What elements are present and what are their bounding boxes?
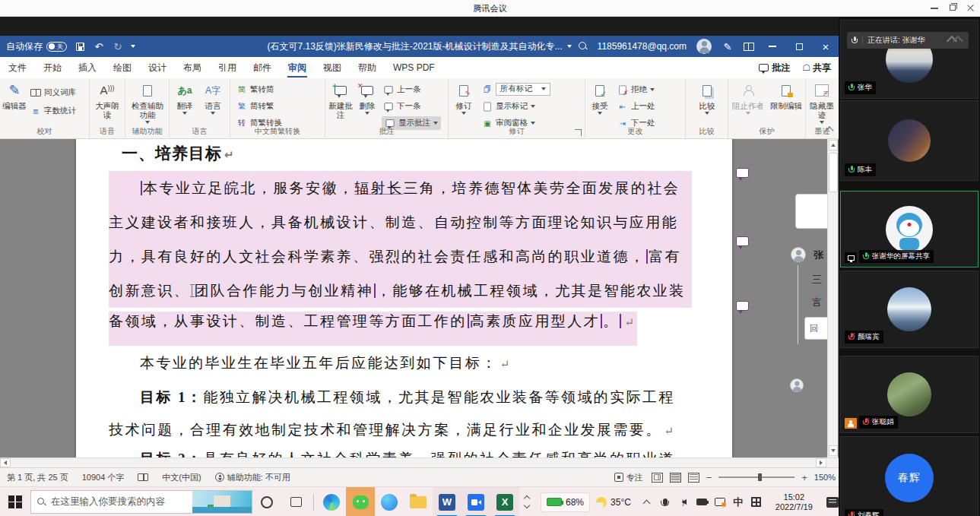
reject-button[interactable]: 拒绝	[617, 83, 655, 97]
tab-view[interactable]: 视图	[315, 57, 350, 78]
edge-button[interactable]	[317, 487, 346, 516]
excel-taskbar-button[interactable]: X	[490, 487, 519, 516]
participant-tile[interactable]: 春辉 刘春辉	[840, 436, 978, 516]
hidden-icons-button[interactable]	[642, 497, 652, 508]
vertical-scrollbar[interactable]	[827, 139, 838, 457]
zoom-slider-thumb[interactable]	[758, 473, 762, 481]
tab-draw[interactable]: 绘图	[105, 57, 140, 78]
tray-display-icon[interactable]	[715, 497, 725, 508]
tab-file[interactable]: 文件	[0, 57, 35, 78]
document-title[interactable]: (石文可7.13反馈)张新民修改与批注-2021版-机械设计制造及其自动化专..…	[267, 40, 562, 53]
read-aloud-button[interactable]: A)))大声朗读	[93, 82, 122, 119]
undo-icon[interactable]: ↶	[93, 40, 105, 52]
restrict-editing-button[interactable]: 限制编辑	[768, 82, 804, 110]
simp-to-trad-button[interactable]: 繁简转繁	[236, 100, 274, 113]
new-comment-button[interactable]: 新建批注	[327, 82, 354, 119]
notification-center-icon[interactable]	[826, 497, 839, 508]
horizontal-scrollbar[interactable]	[0, 457, 839, 467]
file-explorer-button[interactable]	[404, 487, 433, 516]
window-restore-icon[interactable]	[791, 40, 807, 52]
tab-design[interactable]: 设计	[140, 57, 175, 78]
compare-button[interactable]: 比较	[693, 82, 721, 115]
doc-goal1-line2[interactable]: 技术问题，合理有效地制定技术和管理解决方案，满足行业和企业发展需要。↵	[109, 420, 674, 440]
taskbar-scroll-arrows[interactable]	[519, 496, 534, 508]
language-button[interactable]: A字语言	[200, 82, 226, 115]
check-accessibility-button[interactable]: 检查辅助功能	[128, 82, 167, 124]
editor-button[interactable]: ✎编辑器	[2, 82, 27, 110]
print-layout-icon[interactable]	[670, 473, 681, 483]
vertical-scroll-thumb[interactable]	[829, 153, 838, 192]
doc-line-4[interactable]: 创新意识、团队合作能力与创业精神，能够在机械工程领域，尤其是智能农业装	[109, 281, 685, 301]
tab-wps-pdf[interactable]: WPS PDF	[385, 57, 443, 78]
ime-grid-icon[interactable]	[751, 497, 762, 508]
comment-bubble-icon[interactable]	[736, 168, 749, 178]
scroll-left-icon[interactable]	[0, 458, 11, 467]
taskbar-clock[interactable]: 15:022022/7/19	[769, 492, 819, 512]
search-icon[interactable]	[579, 42, 588, 51]
comment-bubble-icon[interactable]	[736, 301, 749, 311]
trad-to-simp-button[interactable]: 简繁转简	[236, 83, 274, 97]
tab-mailings[interactable]: 邮件	[245, 57, 280, 78]
tray-microphone-icon[interactable]	[660, 497, 671, 508]
close-icon[interactable]	[965, 2, 977, 13]
scroll-up-icon[interactable]	[829, 140, 838, 150]
track-changes-button[interactable]: 修订	[452, 82, 476, 115]
document-canvas[interactable]: 一、培养目标↵ 本专业立足皖北，服务安徽，辐射长三角，培养德智体美劳全面发展的社…	[0, 139, 839, 457]
word-count-button[interactable]: ≣字数统计	[30, 104, 76, 118]
meeting-taskbar-button[interactable]	[461, 487, 490, 516]
title-dropdown-icon[interactable]	[567, 45, 572, 48]
doc-goal2-clipped[interactable]: 目标 2：具有良好的人文社会科学素养，强烈的社会责任感和高尚的职业道	[140, 449, 675, 457]
scroll-right-icon[interactable]	[816, 458, 826, 467]
hide-ink-button[interactable]: 隐藏墨迹	[807, 82, 836, 124]
thesaurus-button[interactable]: 同义词库	[30, 86, 76, 100]
web-layout-icon[interactable]	[688, 473, 699, 483]
show-markup-button[interactable]: 显示标记	[482, 100, 535, 113]
block-authors-button[interactable]: 阻止作者	[730, 82, 766, 115]
weather-widget[interactable]: 35°C	[590, 497, 637, 508]
comment-bubble-icon[interactable]	[736, 236, 749, 246]
battery-widget[interactable]: 68%	[541, 492, 590, 512]
zoom-out-icon[interactable]: −	[706, 472, 712, 483]
markup-dropdown[interactable]: 🗍所有标记	[482, 82, 550, 96]
window-close-icon[interactable]: ×	[817, 40, 834, 52]
task-view-button[interactable]	[281, 487, 310, 516]
account-avatar[interactable]	[696, 39, 712, 54]
wechat-button[interactable]	[346, 487, 375, 516]
zoom-slider[interactable]	[718, 476, 794, 478]
tray-speaker-icon[interactable]: )	[678, 497, 689, 508]
focus-button[interactable]: 专注	[613, 472, 645, 483]
tab-references[interactable]: 引用	[210, 57, 245, 78]
word-count-indicator[interactable]: 10904 个字	[75, 472, 132, 483]
participant-tile[interactable]: 颜瑞宾	[840, 271, 978, 348]
share-button[interactable]: ☖共享	[802, 62, 831, 74]
start-button[interactable]	[0, 487, 30, 516]
account-email[interactable]: 1185961478@qq.com	[598, 41, 687, 52]
delete-comment-button[interactable]: 删除	[356, 82, 379, 115]
page-indicator[interactable]: 第 1 页, 共 25 页	[0, 472, 75, 483]
zoom-level[interactable]: 150%	[814, 473, 836, 482]
zoom-in-icon[interactable]: +	[801, 472, 807, 483]
quick-access-dropdown-icon[interactable]	[131, 45, 135, 48]
tab-layout[interactable]: 布局	[175, 57, 210, 78]
doc-line-1[interactable]: 本专业立足皖北，服务安徽，辐射长三角，培养德智体美劳全面发展的社会	[109, 179, 680, 198]
language-indicator[interactable]: 中文(中国)	[155, 472, 208, 483]
ink-pen-icon[interactable]	[722, 40, 734, 52]
cortana-button[interactable]	[252, 487, 281, 516]
restore-icon[interactable]	[947, 2, 959, 13]
doc-line-3[interactable]: 力，具有良好的人文社会科学素养、强烈的社会责任感和高尚的职业道德，富有	[109, 247, 681, 267]
participant-tile[interactable]: 陈丰	[840, 100, 978, 181]
previous-change-button[interactable]: ⇤上一处	[617, 100, 655, 113]
comments-button[interactable]: 批注	[759, 62, 790, 74]
tab-review[interactable]: 审阅	[280, 57, 315, 78]
doc-line-5[interactable]: 备领域，从事设计、制造、工程管理等方面工作的高素质应用型人才。↵	[109, 312, 637, 346]
read-mode-icon[interactable]	[652, 473, 663, 483]
accessibility-indicator[interactable]: 辅助功能: 不可用	[208, 472, 297, 483]
doc-para-2[interactable]: 本专业的毕业生在毕业五年后应能达到如下目标：↵	[140, 353, 509, 373]
translate-button[interactable]: あa翻译	[172, 82, 198, 115]
tray-battery-icon[interactable]	[696, 497, 707, 508]
ime-mode-indicator[interactable]: 中	[733, 497, 744, 508]
next-comment-button[interactable]: 下一条	[383, 100, 421, 113]
tab-insert[interactable]: 插入	[70, 57, 105, 78]
previous-comment-button[interactable]: 上一条	[383, 83, 421, 97]
minimize-icon[interactable]	[928, 2, 940, 13]
